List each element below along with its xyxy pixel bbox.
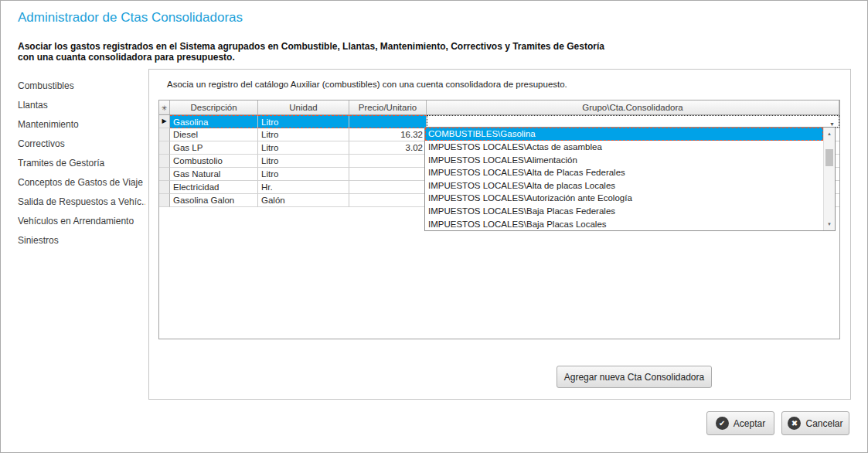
scroll-up-icon[interactable]: ▲ <box>824 128 835 139</box>
dropdown-item-alta-placas-federales[interactable]: IMPUESTOS LOCALES\Alta de Placas Federal… <box>425 166 823 179</box>
sidebar-item-mantenimiento[interactable]: Mantenimiento <box>18 119 145 138</box>
aceptar-button[interactable]: ✔ Aceptar <box>706 411 774 435</box>
panel-instruction: Asocia un registro del catálogo Auxiliar… <box>167 80 567 89</box>
cell-unidad[interactable]: Litro <box>258 155 349 168</box>
cell-descripcion[interactable]: Electricidad <box>170 181 258 194</box>
add-consolidadora-button[interactable]: Agregar nueva Cta Consolidadora <box>557 366 712 388</box>
row-header-cell <box>159 194 170 207</box>
check-icon: ✔ <box>716 417 729 430</box>
cancelar-button[interactable]: ✖ Cancelar <box>781 411 849 435</box>
table-corner-header: ✳ <box>159 100 170 114</box>
cancelar-label: Cancelar <box>805 418 842 429</box>
page-title: Administrador de Ctas Consolidadoras <box>18 10 243 26</box>
new-row-icon: ✳ <box>162 104 168 112</box>
dropdown-items: COMBUSTIBLES\Gasolina IMPUESTOS LOCALES\… <box>425 128 823 230</box>
row-header-cell <box>159 181 170 194</box>
dropdown-scrollbar[interactable]: ▲ ▼ <box>823 128 835 230</box>
scroll-down-icon[interactable]: ▼ <box>824 219 835 230</box>
category-sidebar: Combustibles Llantas Mantenimiento Corre… <box>18 80 145 254</box>
cell-precio[interactable] <box>349 181 427 194</box>
column-header-precio[interactable]: Precio/Unitario <box>349 100 427 114</box>
dropdown-item-alta-placas-locales[interactable]: IMPUESTOS LOCALES\Alta de placas Locales <box>425 179 823 192</box>
sidebar-item-combustibles[interactable]: Combustibles <box>18 80 145 100</box>
cell-precio[interactable] <box>349 155 427 168</box>
sidebar-item-llantas[interactable]: Llantas <box>18 100 145 119</box>
dropdown-item-baja-placas-locales[interactable]: IMPUESTOS LOCALES\Baja Placas Locales <box>425 217 823 230</box>
cell-precio[interactable] <box>349 194 427 207</box>
column-header-grupo[interactable]: Grupo\Cta.Consolidadora <box>427 100 839 114</box>
cell-unidad[interactable]: Hr. <box>258 181 349 194</box>
dropdown-item-combustibles-gasolina[interactable]: COMBUSTIBLES\Gasolina <box>425 128 823 141</box>
dropdown-item-actas-asamblea[interactable]: IMPUESTOS LOCALES\Actas de asamblea <box>425 141 823 154</box>
column-header-unidad[interactable]: Unidad <box>258 100 349 114</box>
cell-descripcion[interactable]: Gas LP <box>170 141 258 155</box>
cell-descripcion[interactable]: Gas Natural <box>170 168 258 181</box>
grupo-combobox[interactable]: ▼ <box>427 115 839 128</box>
dropdown-item-autorizacion-ecologia[interactable]: IMPUESTOS LOCALES\Autorización ante Ecol… <box>425 192 823 205</box>
dropdown-item-alimentacion[interactable]: IMPUESTOS LOCALES\Alimentación <box>425 153 823 166</box>
table-header-row: ✳ Descripción Unidad Precio/Unitario Gru… <box>159 100 839 115</box>
dropdown-item-baja-placas-federales[interactable]: IMPUESTOS LOCALES\Baja Placas Federales <box>425 205 823 218</box>
sidebar-item-correctivos[interactable]: Correctivos <box>18 138 145 158</box>
cell-unidad[interactable]: Litro <box>258 168 349 181</box>
row-header-cell: ▶ <box>159 115 170 128</box>
row-header-cell <box>159 155 170 168</box>
cell-unidad[interactable]: Litro <box>258 141 349 155</box>
check-glyph: ✔ <box>719 419 725 427</box>
cell-descripcion[interactable]: Combustolio <box>170 155 258 168</box>
sidebar-item-salida-repuestos[interactable]: Salida de Respuestos a Vehíc... <box>18 196 145 216</box>
row-header-cell <box>159 128 170 141</box>
close-icon: ✖ <box>788 417 801 430</box>
cell-descripcion[interactable]: Gasolina Galon <box>170 194 258 207</box>
grupo-dropdown-list: COMBUSTIBLES\Gasolina IMPUESTOS LOCALES\… <box>424 127 836 231</box>
sidebar-item-gastos-viaje[interactable]: Conceptos de Gastos de Viaje <box>18 177 145 196</box>
aceptar-label: Aceptar <box>734 418 765 429</box>
row-header-cell <box>159 168 170 181</box>
page-description: Asociar los gastos registrados en el Sis… <box>18 41 604 63</box>
cell-precio[interactable]: 16.32 <box>349 128 427 141</box>
sidebar-item-vehiculos-arrendamiento[interactable]: Vehículos en Arrendamiento <box>18 216 145 235</box>
cell-precio[interactable] <box>349 168 427 181</box>
scrollbar-thumb[interactable] <box>825 149 833 166</box>
sidebar-item-tramites-gestoria[interactable]: Tramites de Gestoría <box>18 158 145 177</box>
row-header-cell <box>159 141 170 155</box>
cell-precio[interactable]: 3.02 <box>349 141 427 155</box>
app-window: Administrador de Ctas Consolidadoras Aso… <box>0 0 868 453</box>
cell-unidad[interactable]: Litro <box>258 115 349 128</box>
page-description-line1: Asociar los gastos registrados en el Sis… <box>18 41 604 52</box>
cell-descripcion[interactable]: Gasolina <box>170 115 258 128</box>
main-panel: Asocia un registro del catálogo Auxiliar… <box>148 69 851 400</box>
sidebar-item-siniestros[interactable]: Siniestros <box>18 235 145 254</box>
page-description-line2: con una cuanta consolidadora para presup… <box>18 52 604 63</box>
cell-precio[interactable] <box>349 115 427 128</box>
cell-descripcion[interactable]: Diesel <box>170 128 258 141</box>
close-glyph: ✖ <box>791 419 798 427</box>
cell-unidad[interactable]: Litro <box>258 128 349 141</box>
current-row-icon: ▶ <box>162 118 166 124</box>
cell-unidad[interactable]: Galón <box>258 194 349 207</box>
column-header-descripcion[interactable]: Descripción <box>170 100 258 114</box>
